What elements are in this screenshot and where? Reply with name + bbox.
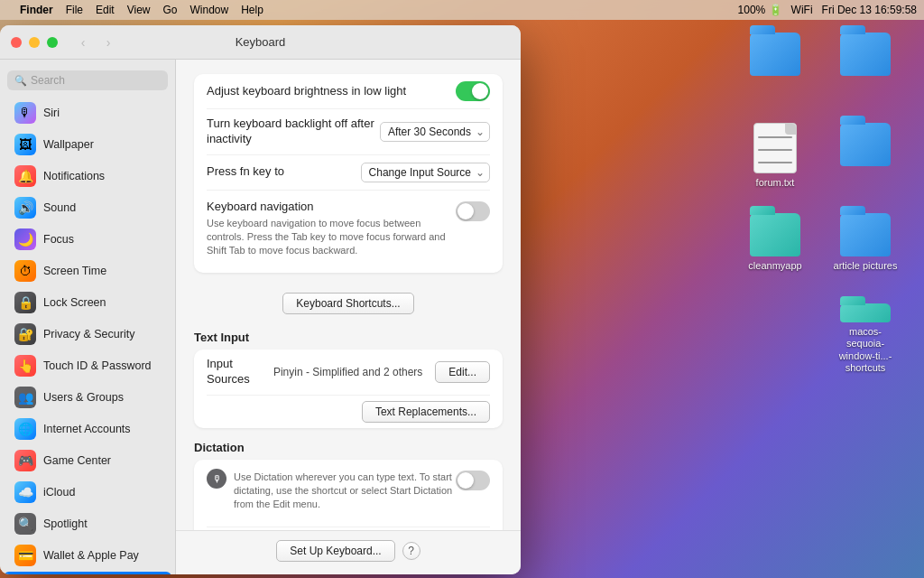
menu-view[interactable]: View: [127, 4, 151, 16]
sidebar-label-focus: Focus: [43, 233, 74, 246]
sidebar-item-privacy[interactable]: 🔐 Privacy & Security: [4, 319, 171, 350]
folder3-icon: [840, 123, 891, 166]
close-button[interactable]: [11, 37, 22, 48]
menubar-wifi: WiFi: [791, 4, 813, 16]
sidebar-label-internet: Internet Accounts: [43, 423, 131, 435]
dictation-toggle-thumb: [457, 472, 474, 489]
text-replacements-button[interactable]: Text Replacements...: [362, 401, 490, 423]
inactivity-row: Turn keyboard backlight off after inacti…: [207, 109, 490, 155]
sidebar-item-wallet[interactable]: 💳 Wallet & Apple Pay: [4, 540, 171, 571]
spotlight-icon: 🔍: [14, 513, 36, 535]
preferences-window: ‹ › Keyboard 🔍 🎙 Siri 🖼 Wallpaper 🔔 Noti…: [0, 25, 521, 574]
folder4-label: cleanmyapp: [748, 260, 801, 272]
users-icon: 👥: [14, 387, 36, 408]
minimize-button[interactable]: [29, 37, 40, 48]
input-sources-edit-button[interactable]: Edit...: [435, 361, 490, 383]
privacy-icon: 🔐: [14, 323, 36, 345]
search-icon: 🔍: [14, 75, 27, 87]
menu-window[interactable]: Window: [190, 4, 229, 16]
forward-button[interactable]: ›: [97, 33, 119, 51]
input-sources-row: Input Sources Pinyin - Simplified and 2 …: [207, 350, 490, 396]
dictation-toggle[interactable]: [456, 471, 490, 490]
keynav-toggle-thumb: [457, 203, 474, 219]
folder2-icon: [840, 33, 891, 76]
setup-keyboard-button[interactable]: Set Up Keyboard...: [276, 540, 394, 562]
menu-help[interactable]: Help: [241, 4, 263, 16]
touchid-icon: 👆: [14, 355, 36, 377]
menu-edit[interactable]: Edit: [96, 4, 115, 16]
sidebar-item-lock[interactable]: 🔒 Lock Screen: [4, 287, 171, 318]
sidebar-item-spotlight[interactable]: 🔍 Spotlight: [4, 508, 171, 539]
wallpaper-icon: 🖼: [14, 134, 36, 155]
brightness-label: Adjust keyboard brightness in low light: [207, 84, 456, 99]
menubar: Finder File Edit View Go Window Help 100…: [0, 0, 924, 20]
keyboard-shortcuts-button[interactable]: Keyboard Shortcuts...: [282, 293, 413, 314]
dictation-description: Use Dictation wherever you can type text…: [234, 469, 456, 517]
folder6-icon: [840, 303, 891, 322]
desktop-icon-folder5[interactable]: article pictures: [825, 208, 906, 289]
menu-file[interactable]: File: [66, 4, 83, 16]
help-button[interactable]: ?: [402, 542, 420, 560]
input-sources-control: Pinyin - Simplified and 2 others Edit...: [273, 361, 490, 383]
desktop-icons: forum.txt cleanmyapp article pictures ma…: [735, 27, 906, 470]
desktop-icon-folder6[interactable]: macos-sequoia-window-ti...-shortcuts: [825, 298, 906, 379]
keynav-label: Keyboard navigation: [207, 200, 314, 213]
sidebar-item-wallpaper[interactable]: 🖼 Wallpaper: [4, 129, 171, 160]
dictation-toggle-row: 🎙 Use Dictation wherever you can type te…: [207, 460, 490, 527]
notifications-icon: 🔔: [14, 165, 36, 187]
sidebar-label-wallet: Wallet & Apple Pay: [43, 549, 139, 562]
sidebar-item-internet[interactable]: 🌐 Internet Accounts: [4, 414, 171, 444]
traffic-lights: [11, 37, 58, 48]
sidebar-item-focus[interactable]: 🌙 Focus: [4, 224, 171, 255]
inactivity-label: Turn keyboard backlight off after inacti…: [207, 117, 380, 147]
sidebar-item-notifications[interactable]: 🔔 Notifications: [4, 161, 171, 191]
sidebar-item-touchid[interactable]: 👆 Touch ID & Password: [4, 350, 171, 381]
search-box[interactable]: 🔍: [7, 70, 168, 90]
sidebar-item-siri[interactable]: 🎙 Siri: [4, 98, 171, 128]
desktop-icon-folder2[interactable]: [825, 27, 906, 108]
desktop-icon-folder3[interactable]: [825, 117, 906, 199]
sidebar-item-sound[interactable]: 🔊 Sound: [4, 192, 171, 223]
inactivity-selector[interactable]: After 30 Seconds: [380, 122, 490, 142]
doc1-label: forum.txt: [756, 177, 795, 189]
sidebar-label-screentime: Screen Time: [43, 265, 106, 277]
keyboard-settings-card: Adjust keyboard brightness in low light …: [194, 74, 503, 273]
menu-go[interactable]: Go: [163, 4, 178, 16]
text-input-card: Input Sources Pinyin - Simplified and 2 …: [194, 350, 503, 428]
wallet-icon: 💳: [14, 545, 36, 566]
game-icon: 🎮: [14, 450, 36, 471]
sidebar-item-keyboard[interactable]: ⌨ Keyboard: [4, 572, 171, 574]
brightness-toggle[interactable]: [456, 81, 490, 101]
sidebar-label-notifications: Notifications: [43, 170, 105, 182]
fn-selector[interactable]: Change Input Source: [361, 163, 490, 182]
screentime-icon: ⏱: [14, 260, 36, 282]
sidebar-label-touchid: Touch ID & Password: [43, 359, 152, 372]
fn-label: Press fn key to: [207, 164, 361, 180]
app-name[interactable]: Finder: [20, 4, 53, 16]
desktop-icon-doc1[interactable]: forum.txt: [735, 117, 816, 199]
sidebar-label-siri: Siri: [43, 107, 60, 119]
sidebar-label-wallpaper: Wallpaper: [43, 138, 94, 151]
desktop-icon-folder1[interactable]: [735, 27, 816, 108]
lock-icon: 🔒: [14, 292, 36, 313]
sidebar-label-users: Users & Groups: [43, 391, 124, 404]
sidebar-item-users[interactable]: 👥 Users & Groups: [4, 382, 171, 413]
dictation-header: Dictation: [194, 441, 503, 454]
bottom-bar: Set Up Keyboard... ?: [176, 530, 521, 574]
keynav-row: Keyboard navigation Use keyboard navigat…: [207, 191, 490, 273]
search-input[interactable]: [31, 74, 161, 87]
sidebar-item-screentime[interactable]: ⏱ Screen Time: [4, 256, 171, 286]
maximize-button[interactable]: [47, 37, 58, 48]
keynav-toggle[interactable]: [456, 201, 490, 221]
doc1-icon: [753, 123, 797, 173]
sidebar-item-game[interactable]: 🎮 Game Center: [4, 445, 171, 476]
sidebar-item-icloud[interactable]: ☁️ iCloud: [4, 477, 171, 508]
sidebar-label-lock: Lock Screen: [43, 296, 106, 309]
dictation-card: 🎙 Use Dictation wherever you can type te…: [194, 460, 503, 530]
nav-arrows: ‹ ›: [72, 33, 119, 51]
fn-row: Press fn key to Change Input Source: [207, 155, 490, 191]
internet-icon: 🌐: [14, 418, 36, 440]
back-button[interactable]: ‹: [72, 33, 94, 51]
menubar-battery: 100% 🔋: [738, 4, 782, 16]
desktop-icon-folder4[interactable]: cleanmyapp: [735, 208, 816, 289]
